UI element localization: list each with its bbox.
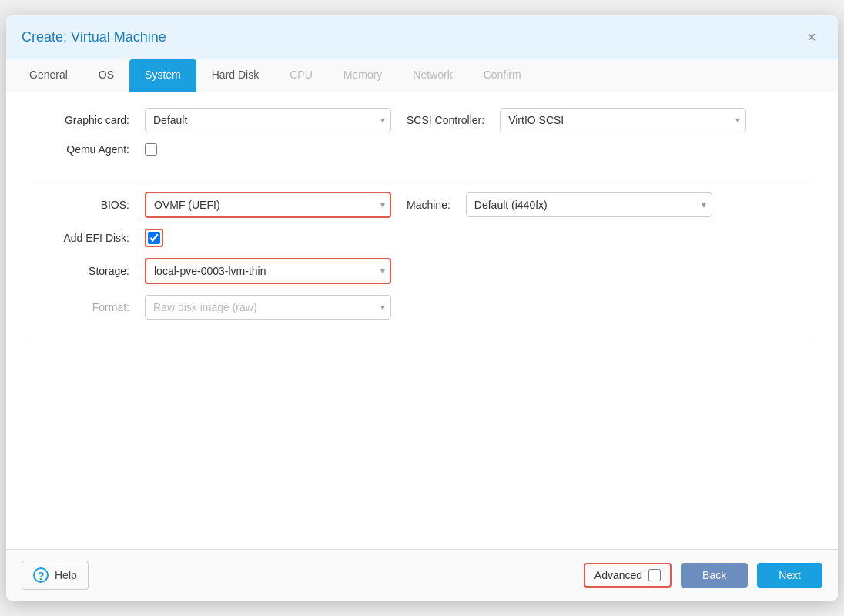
scsi-controller-label: SCSI Controller: — [407, 114, 484, 126]
tab-cpu[interactable]: CPU — [274, 59, 328, 92]
format-select-wrap: Raw disk image (raw) QCOW2 VMDK ▾ — [145, 295, 391, 320]
machine-group: Machine: Default (i440fx) q35 ▾ — [407, 192, 815, 217]
graphic-card-label: Graphic card: — [29, 114, 129, 126]
tab-bar: General OS System Hard Disk CPU Memory N… — [6, 59, 838, 92]
machine-select[interactable]: Default (i440fx) q35 — [466, 192, 712, 217]
add-efi-disk-checkbox[interactable] — [148, 232, 160, 244]
scsi-group: SCSI Controller: VirtIO SCSI LSI 53C895A… — [407, 108, 815, 132]
dialog-title: Create: Virtual Machine — [22, 29, 166, 45]
format-row: Format: Raw disk image (raw) QCOW2 VMDK … — [29, 295, 815, 320]
dialog-header: Create: Virtual Machine × — [6, 15, 838, 59]
advanced-wrap: Advanced — [584, 563, 672, 588]
bios-select[interactable]: SeaBIOS OVMF (UEFI) — [145, 192, 391, 218]
help-button[interactable]: ? Help — [22, 561, 89, 590]
next-button[interactable]: Next — [757, 563, 822, 588]
storage-select[interactable]: local-pve-0003-lvm-thin local-lvm local — [145, 258, 391, 284]
bios-label: BIOS: — [29, 199, 129, 211]
storage-select-wrap: local-pve-0003-lvm-thin local-lvm local … — [145, 258, 391, 284]
qemu-agent-row: Qemu Agent: — [29, 143, 815, 156]
help-icon: ? — [33, 567, 49, 583]
tab-general[interactable]: General — [14, 59, 83, 92]
tab-system[interactable]: System — [129, 59, 196, 92]
scsi-controller-select[interactable]: VirtIO SCSI LSI 53C895A MegaRAID SAS 870… — [500, 108, 746, 132]
close-icon: × — [807, 28, 816, 46]
advanced-label: Advanced — [594, 569, 642, 581]
dialog-footer: ? Help Advanced Back Next — [6, 549, 838, 601]
qemu-agent-label: Qemu Agent: — [29, 143, 129, 156]
tab-os[interactable]: OS — [83, 59, 129, 92]
add-efi-disk-checkbox-wrap — [145, 229, 163, 247]
section-bios: BIOS: SeaBIOS OVMF (UEFI) ▾ Machine: Def… — [29, 192, 815, 343]
storage-label: Storage: — [29, 265, 129, 277]
qemu-agent-checkbox[interactable] — [145, 143, 157, 156]
advanced-checkbox[interactable] — [648, 569, 661, 581]
tab-hard-disk[interactable]: Hard Disk — [196, 59, 274, 92]
back-button[interactable]: Back — [681, 563, 748, 588]
tab-confirm[interactable]: Confirm — [468, 59, 537, 92]
machine-label: Machine: — [407, 199, 450, 211]
qemu-agent-checkbox-wrap — [145, 143, 157, 156]
help-label: Help — [55, 569, 77, 581]
add-efi-disk-label: Add EFI Disk: — [29, 232, 129, 244]
format-label: Format: — [29, 301, 129, 313]
graphic-card-select[interactable]: Default VirtIO SPICE — [145, 108, 391, 132]
format-select[interactable]: Raw disk image (raw) QCOW2 VMDK — [145, 295, 391, 320]
graphic-card-select-wrap: Default VirtIO SPICE ▾ — [145, 108, 391, 132]
bios-select-wrap: SeaBIOS OVMF (UEFI) ▾ — [145, 192, 391, 218]
footer-right-actions: Advanced Back Next — [584, 563, 822, 588]
close-button[interactable]: × — [801, 26, 822, 48]
section-hardware: Graphic card: Default VirtIO SPICE ▾ SCS… — [29, 108, 815, 179]
tab-network[interactable]: Network — [397, 59, 467, 92]
graphic-card-row: Graphic card: Default VirtIO SPICE ▾ SCS… — [29, 108, 815, 132]
form-content: Graphic card: Default VirtIO SPICE ▾ SCS… — [6, 92, 838, 549]
add-efi-disk-row: Add EFI Disk: — [29, 229, 815, 247]
machine-select-wrap: Default (i440fx) q35 ▾ — [466, 192, 712, 217]
create-vm-dialog: Create: Virtual Machine × General OS Sys… — [6, 15, 838, 601]
bios-row: BIOS: SeaBIOS OVMF (UEFI) ▾ Machine: Def… — [29, 192, 815, 218]
scsi-controller-select-wrap: VirtIO SCSI LSI 53C895A MegaRAID SAS 870… — [500, 108, 746, 132]
tab-memory[interactable]: Memory — [328, 59, 398, 92]
storage-row: Storage: local-pve-0003-lvm-thin local-l… — [29, 258, 815, 284]
